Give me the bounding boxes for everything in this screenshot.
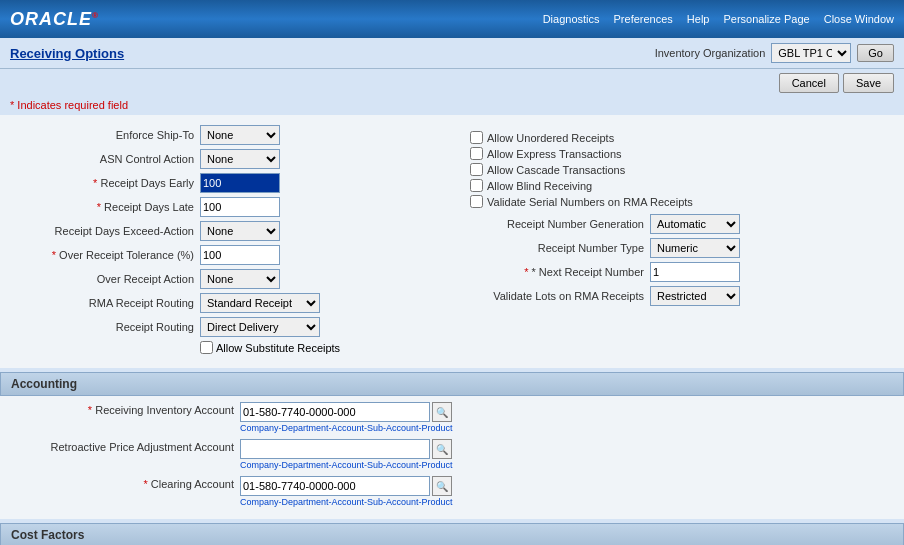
allow-blind-label: Allow Blind Receiving <box>487 180 592 192</box>
form-area: Enforce Ship-To None ASN Control Action … <box>0 115 904 368</box>
cancel-button-top[interactable]: Cancel <box>779 73 839 93</box>
receiving-inventory-input[interactable] <box>240 402 430 422</box>
rma-receipt-routing-label: RMA Receipt Routing <box>10 297 200 309</box>
over-receipt-tolerance-input[interactable] <box>200 245 280 265</box>
clearing-account-search-btn[interactable]: 🔍 <box>432 476 452 496</box>
allow-unordered-row: Allow Unordered Receipts <box>470 131 894 144</box>
form-right: Allow Unordered Receipts Allow Express T… <box>460 121 904 362</box>
go-button[interactable]: Go <box>857 44 894 62</box>
retroactive-price-input-row: 🔍 <box>240 439 453 459</box>
receiving-inventory-group: 🔍 Company-Department-Account-Sub-Account… <box>240 402 453 433</box>
next-receipt-number-input[interactable] <box>650 262 740 282</box>
allow-blind-checkbox[interactable] <box>470 179 483 192</box>
receipt-number-gen-row: Receipt Number Generation Automatic <box>470 214 894 234</box>
clearing-account-input-row: 🔍 <box>240 476 453 496</box>
allow-substitute-row: Allow Substitute Receipts <box>10 341 450 354</box>
accounting-section: Receiving Inventory Account 🔍 Company-De… <box>0 396 904 519</box>
oracle-logo: ORACLE® <box>10 9 99 30</box>
receipt-days-late-label: * Receipt Days Late <box>10 201 200 213</box>
retroactive-price-group: 🔍 Company-Department-Account-Sub-Account… <box>240 439 453 470</box>
receipt-days-exceed-row: Receipt Days Exceed-Action None <box>10 221 450 241</box>
action-btn-row: Cancel Save <box>0 69 904 97</box>
retroactive-price-hint: Company-Department-Account-Sub-Account-P… <box>240 460 453 470</box>
receipt-days-exceed-label: Receipt Days Exceed-Action <box>10 225 200 237</box>
asn-control-action-row: ASN Control Action None <box>10 149 450 169</box>
receipt-number-type-select[interactable]: Numeric <box>650 238 740 258</box>
receiving-inventory-input-row: 🔍 <box>240 402 453 422</box>
inventory-org-label: Inventory Organization <box>655 47 766 59</box>
clearing-account-row: Clearing Account 🔍 Company-Department-Ac… <box>10 476 894 507</box>
validate-serial-row: Validate Serial Numbers on RMA Receipts <box>470 195 894 208</box>
required-note: * Indicates required field <box>0 97 904 115</box>
over-receipt-action-row: Over Receipt Action None <box>10 269 450 289</box>
allow-cascade-label: Allow Cascade Transactions <box>487 164 625 176</box>
allow-blind-row: Allow Blind Receiving <box>470 179 894 192</box>
allow-unordered-label: Allow Unordered Receipts <box>487 132 614 144</box>
clearing-account-input[interactable] <box>240 476 430 496</box>
header-right: Inventory Organization GBL TP1 Organizat… <box>655 43 894 63</box>
next-receipt-number-row: * * Next Receipt Number <box>470 262 894 282</box>
validate-lots-label: Validate Lots on RMA Receipts <box>470 290 650 302</box>
over-receipt-tolerance-label: * Over Receipt Tolerance (%) <box>10 249 200 261</box>
allow-substitute-label: Allow Substitute Receipts <box>216 342 340 354</box>
accounting-section-header: Accounting <box>0 372 904 396</box>
receiving-inventory-label: Receiving Inventory Account <box>10 402 240 416</box>
receipt-number-type-row: Receipt Number Type Numeric <box>470 238 894 258</box>
receiving-inventory-search-btn[interactable]: 🔍 <box>432 402 452 422</box>
validate-lots-select[interactable]: Restricted <box>650 286 740 306</box>
validate-serial-label: Validate Serial Numbers on RMA Receipts <box>487 196 693 208</box>
receipt-days-early-label: * Receipt Days Early <box>10 177 200 189</box>
receipt-routing-select[interactable]: Direct Delivery <box>200 317 320 337</box>
asn-control-action-label: ASN Control Action <box>10 153 200 165</box>
top-nav-links: Diagnostics Preferences Help Personalize… <box>543 13 894 25</box>
form-left: Enforce Ship-To None ASN Control Action … <box>0 121 460 362</box>
receipt-number-gen-select[interactable]: Automatic <box>650 214 740 234</box>
validate-lots-row: Validate Lots on RMA Receipts Restricted <box>470 286 894 306</box>
cost-factors-section-header: Cost Factors <box>0 523 904 545</box>
retroactive-price-input[interactable] <box>240 439 430 459</box>
retroactive-price-search-btn[interactable]: 🔍 <box>432 439 452 459</box>
allow-cascade-checkbox[interactable] <box>470 163 483 176</box>
allow-express-row: Allow Express Transactions <box>470 147 894 160</box>
rma-receipt-routing-select[interactable]: Standard Receipt <box>200 293 320 313</box>
validate-serial-checkbox[interactable] <box>470 195 483 208</box>
preferences-link[interactable]: Preferences <box>614 13 673 25</box>
help-link[interactable]: Help <box>687 13 710 25</box>
allow-express-label: Allow Express Transactions <box>487 148 622 160</box>
receiving-inventory-row: Receiving Inventory Account 🔍 Company-De… <box>10 402 894 433</box>
allow-express-checkbox[interactable] <box>470 147 483 160</box>
clearing-account-group: 🔍 Company-Department-Account-Sub-Account… <box>240 476 453 507</box>
enforce-ship-to-select[interactable]: None <box>200 125 280 145</box>
receipt-number-gen-label: Receipt Number Generation <box>470 218 650 230</box>
rma-receipt-routing-row: RMA Receipt Routing Standard Receipt <box>10 293 450 313</box>
personalize-page-link[interactable]: Personalize Page <box>723 13 809 25</box>
clearing-account-label: Clearing Account <box>10 476 240 490</box>
next-receipt-number-label: * * Next Receipt Number <box>470 266 650 278</box>
over-receipt-action-label: Over Receipt Action <box>10 273 200 285</box>
receipt-days-late-row: * Receipt Days Late <box>10 197 450 217</box>
receipt-days-early-row: * Receipt Days Early <box>10 173 450 193</box>
allow-unordered-checkbox[interactable] <box>470 131 483 144</box>
clearing-account-hint: Company-Department-Account-Sub-Account-P… <box>240 497 453 507</box>
receipt-days-late-input[interactable] <box>200 197 280 217</box>
receipt-routing-row: Receipt Routing Direct Delivery <box>10 317 450 337</box>
diagnostics-link[interactable]: Diagnostics <box>543 13 600 25</box>
over-receipt-action-select[interactable]: None <box>200 269 280 289</box>
receipt-routing-label: Receipt Routing <box>10 321 200 333</box>
asn-control-action-select[interactable]: None <box>200 149 280 169</box>
retroactive-price-label: Retroactive Price Adjustment Account <box>10 439 240 453</box>
receipt-days-exceed-select[interactable]: None <box>200 221 280 241</box>
retroactive-price-row: Retroactive Price Adjustment Account 🔍 C… <box>10 439 894 470</box>
close-window-link[interactable]: Close Window <box>824 13 894 25</box>
allow-substitute-checkbox[interactable] <box>200 341 213 354</box>
enforce-ship-to-label: Enforce Ship-To <box>10 129 200 141</box>
save-button-top[interactable]: Save <box>843 73 894 93</box>
allow-cascade-row: Allow Cascade Transactions <box>470 163 894 176</box>
page-title: Receiving Options <box>10 46 124 61</box>
receipt-number-type-label: Receipt Number Type <box>470 242 650 254</box>
header-section: Receiving Options Inventory Organization… <box>0 38 904 69</box>
inventory-org-select[interactable]: GBL TP1 Organization <box>771 43 851 63</box>
over-receipt-tolerance-row: * Over Receipt Tolerance (%) <box>10 245 450 265</box>
receiving-inventory-hint: Company-Department-Account-Sub-Account-P… <box>240 423 453 433</box>
receipt-days-early-input[interactable] <box>200 173 280 193</box>
